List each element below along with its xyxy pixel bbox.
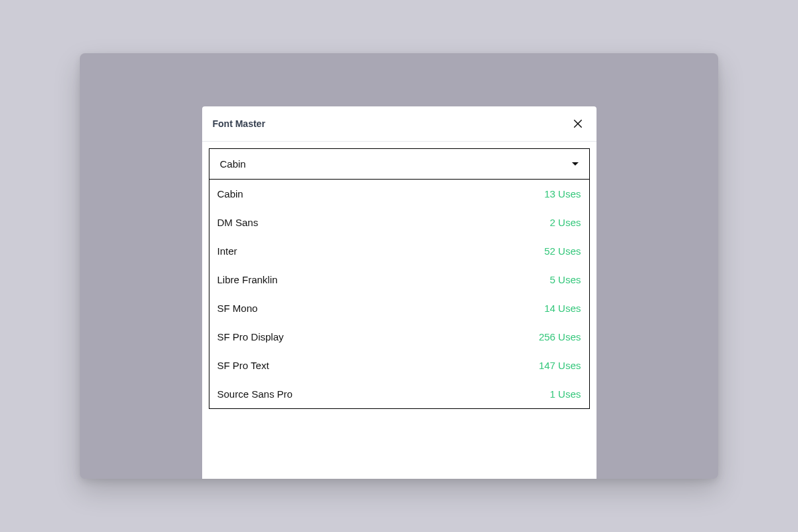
font-option-uses: 13 Uses xyxy=(544,188,581,200)
font-select-wrap: Cabin Cabin13 UsesDM Sans2 UsesInter52 U… xyxy=(209,148,590,409)
close-icon xyxy=(572,118,584,130)
close-button[interactable] xyxy=(570,116,586,132)
font-option[interactable]: SF Pro Text147 Uses xyxy=(209,351,589,380)
font-option[interactable]: Libre Franklin5 Uses xyxy=(209,265,589,294)
font-dropdown: Cabin13 UsesDM Sans2 UsesInter52 UsesLib… xyxy=(209,179,589,408)
font-option-name: Cabin xyxy=(217,188,243,200)
font-select-value: Cabin xyxy=(220,158,246,170)
modal-title: Font Master xyxy=(213,118,265,129)
font-option-name: DM Sans xyxy=(217,217,259,228)
font-option-name: SF Pro Text xyxy=(217,360,269,371)
font-option-name: Libre Franklin xyxy=(217,274,278,285)
font-option[interactable]: DM Sans2 Uses xyxy=(209,208,589,237)
font-option-uses: 2 Uses xyxy=(550,217,581,228)
font-option-uses: 14 Uses xyxy=(544,303,581,314)
font-option-uses: 1 Uses xyxy=(550,388,581,400)
font-option[interactable]: Source Sans Pro1 Uses xyxy=(209,380,589,408)
font-option[interactable]: SF Pro Display256 Uses xyxy=(209,323,589,351)
font-select[interactable]: Cabin xyxy=(209,149,589,179)
font-master-modal: Font Master Cabin Cabin13 UsesDM Sans2 U… xyxy=(202,106,597,479)
font-option-name: Source Sans Pro xyxy=(217,388,293,400)
font-option-name: SF Mono xyxy=(217,303,258,314)
chevron-down-icon xyxy=(572,162,579,166)
font-option-uses: 52 Uses xyxy=(544,245,581,257)
font-option[interactable]: Inter52 Uses xyxy=(209,237,589,265)
font-option[interactable]: Cabin13 Uses xyxy=(209,180,589,208)
modal-header: Font Master xyxy=(202,106,597,142)
font-option[interactable]: SF Mono14 Uses xyxy=(209,294,589,323)
font-option-uses: 147 Uses xyxy=(539,360,581,371)
font-option-uses: 5 Uses xyxy=(550,274,581,285)
font-option-name: Inter xyxy=(217,245,237,257)
modal-body: Cabin Cabin13 UsesDM Sans2 UsesInter52 U… xyxy=(202,142,597,479)
font-option-name: SF Pro Display xyxy=(217,331,284,342)
font-option-uses: 256 Uses xyxy=(539,331,581,342)
app-backdrop: Font Master Cabin Cabin13 UsesDM Sans2 U… xyxy=(80,53,718,479)
